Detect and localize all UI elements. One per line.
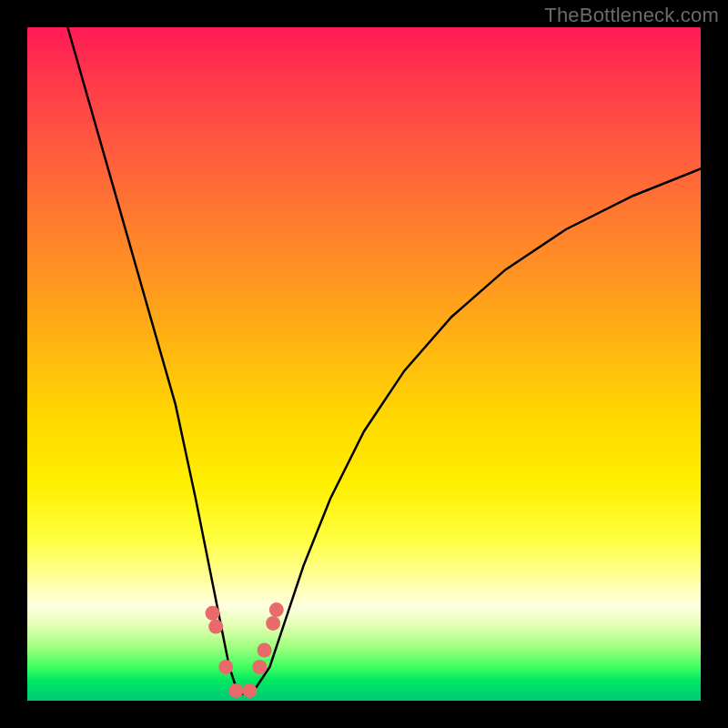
- marker-dot: [208, 620, 223, 634]
- marker-dot: [242, 683, 257, 698]
- marker-dot: [258, 643, 272, 658]
- watermark-text: TheBottleneck.com: [544, 4, 719, 27]
- marker-dot: [206, 606, 220, 621]
- marker-dot: [218, 660, 233, 674]
- chart-frame: TheBottleneck.com: [0, 0, 728, 728]
- marker-dot: [266, 616, 280, 631]
- chart-svg: [27, 27, 701, 701]
- bottleneck-curve: [67, 27, 701, 694]
- marker-dot: [252, 660, 267, 674]
- marker-dot: [269, 602, 284, 617]
- plot-area: [27, 27, 701, 701]
- marker-dot: [228, 683, 243, 698]
- marker-group: [206, 602, 284, 698]
